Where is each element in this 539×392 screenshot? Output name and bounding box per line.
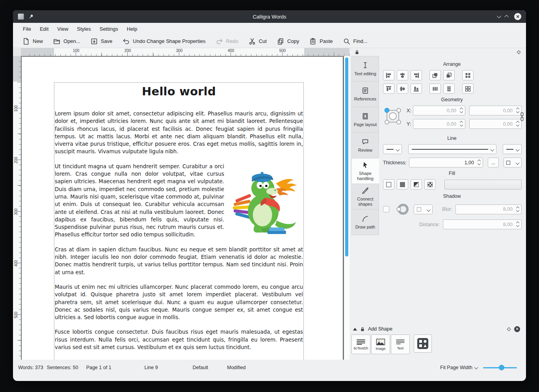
height-field[interactable]: 0,00 [469, 119, 522, 129]
pin-icon[interactable] [28, 14, 34, 19]
shadow-color-combo[interactable] [414, 204, 433, 214]
close-icon[interactable]: ✕ [514, 13, 521, 20]
add-shape-docker: Add Shape ✕ ticTextSh [351, 325, 525, 360]
page-indicator[interactable]: Page 1 of 1 [86, 364, 112, 371]
shadow-distance-field[interactable]: 8,00 [443, 219, 522, 229]
tab-connect-shapes[interactable]: Connect shapes [351, 184, 379, 210]
lower-shape-button[interactable] [443, 70, 455, 80]
add-shape-header[interactable]: Add Shape ✕ [351, 325, 525, 333]
x-position-field[interactable]: 0,00 [413, 106, 465, 115]
align-vcenter-button[interactable] [397, 84, 408, 94]
references-icon [361, 87, 369, 95]
page: Hello world Lorem ipsum dolor sit amet, … [22, 57, 343, 360]
distribute-vertical-button[interactable] [443, 84, 455, 94]
line-join-combo[interactable] [503, 144, 522, 154]
ungroup-shapes-button[interactable] [462, 84, 474, 94]
cut-button[interactable]: Cut [244, 36, 271, 46]
shape-text[interactable]: Text [391, 334, 410, 354]
text-lines-icon [356, 339, 366, 345]
align-top-button[interactable] [383, 84, 394, 94]
shape-collections-button[interactable] [414, 334, 432, 353]
lock-icon[interactable] [355, 50, 359, 55]
tab-shape-handling[interactable]: Shape handling [351, 158, 379, 184]
tab-review[interactable]: Review [351, 133, 379, 158]
tab-text-editing[interactable]: Text editing [351, 56, 379, 82]
fill-none-button[interactable] [383, 179, 394, 189]
y-position-field[interactable]: 0,00 [413, 119, 465, 129]
fill-color-bar[interactable] [444, 180, 522, 189]
float-docker-icon[interactable] [517, 50, 521, 54]
menu-edit[interactable]: Edit [35, 24, 53, 33]
copy-button[interactable]: Copy [273, 36, 303, 46]
menu-settings[interactable]: Settings [95, 24, 123, 33]
menu-styles[interactable]: Styles [72, 24, 95, 33]
shade-window-icon[interactable] [497, 14, 501, 18]
thickness-field[interactable]: 1,00 [409, 158, 483, 167]
paste-button[interactable]: Paste [305, 36, 336, 46]
shape-image[interactable]: Image [371, 334, 390, 354]
find-button[interactable]: Find... [339, 36, 372, 46]
modified-indicator: Modified [227, 364, 245, 371]
menu-view[interactable]: View [53, 24, 72, 33]
image-icon [376, 338, 385, 346]
new-button[interactable]: New [18, 36, 47, 46]
konqi-mascot-image[interactable] [229, 167, 302, 236]
vertical-ruler[interactable]: 100 200 300 400 500 [13, 56, 21, 360]
shadow-blur-field[interactable]: 8,00 [455, 204, 522, 214]
document-canvas[interactable]: Hello world Lorem ipsum dolor sit amet, … [21, 56, 344, 360]
save-button[interactable]: Save [86, 36, 117, 46]
menu-file[interactable]: File [19, 24, 35, 33]
scrollbar-thumb[interactable] [345, 58, 348, 256]
shape-static-text[interactable]: ticTextSh [351, 334, 370, 354]
tab-draw-path[interactable]: Draw path [351, 210, 379, 235]
fill-pattern-button[interactable] [424, 179, 436, 189]
fill-solid-button[interactable] [397, 179, 408, 189]
zoom-slider[interactable] [483, 364, 517, 371]
collapse-docker-icon[interactable] [353, 328, 357, 331]
distribute-horizontal-button[interactable] [429, 84, 441, 94]
redo-button[interactable]: Redo [212, 36, 242, 46]
zoom-slider-knob[interactable] [499, 365, 504, 370]
open-button[interactable]: Open... [49, 36, 84, 46]
anchor-position-selector[interactable] [382, 106, 403, 128]
raise-shape-button[interactable] [429, 70, 441, 80]
ruler-corner [13, 48, 21, 56]
align-right-button[interactable] [411, 70, 422, 80]
keep-aspect-ratio-icon[interactable] [520, 112, 524, 121]
titlebar[interactable]: Calligra Words ✕ [13, 10, 526, 23]
horizontal-ruler[interactable]: 100 200 300 400 500 [21, 48, 349, 56]
y-label: Y: [407, 121, 413, 127]
line-style-combo[interactable] [408, 144, 496, 154]
group-shapes-button[interactable] [462, 70, 474, 80]
line-more-button[interactable]: ... [488, 158, 499, 167]
menu-help[interactable]: Help [123, 24, 142, 33]
copy-icon [277, 37, 284, 45]
undo-button[interactable]: Undo Change Shape Properties [118, 36, 209, 46]
float-docker-icon[interactable] [507, 327, 511, 331]
maximize-icon[interactable] [504, 15, 509, 19]
line-cap-combo[interactable] [383, 144, 402, 154]
width-field[interactable]: 0,00 [469, 106, 522, 115]
close-docker-icon[interactable]: ✕ [514, 326, 520, 332]
style-indicator[interactable]: Default [193, 364, 208, 371]
zoom-mode[interactable]: Fit Page Width [440, 364, 472, 371]
docker-header[interactable] [349, 48, 525, 56]
line-marker-combo[interactable] [504, 158, 522, 167]
shadow-angle-dial[interactable] [396, 202, 410, 216]
tab-page-layout[interactable]: Page layout [351, 107, 379, 133]
tool-options-docker: Text editing References [349, 48, 526, 360]
line-indicator[interactable]: Line 9 [145, 364, 158, 371]
fill-gradient-button[interactable] [411, 179, 422, 189]
lock-icon[interactable] [360, 327, 365, 332]
search-icon [343, 37, 351, 45]
tab-references[interactable]: References [351, 82, 379, 107]
align-hcenter-button[interactable] [397, 70, 408, 80]
zoom-mode-chevron-icon[interactable] [474, 365, 478, 369]
align-bottom-button[interactable] [411, 84, 422, 94]
text-frame[interactable]: Hello world Lorem ipsum dolor sit amet, … [54, 82, 304, 360]
vertical-scrollbar[interactable] [344, 56, 349, 360]
konqi-drawing [229, 167, 302, 236]
shadow-enable-checkbox[interactable] [383, 206, 389, 212]
align-left-button[interactable] [383, 70, 394, 80]
arrange-section-title: Arrange [382, 61, 522, 67]
